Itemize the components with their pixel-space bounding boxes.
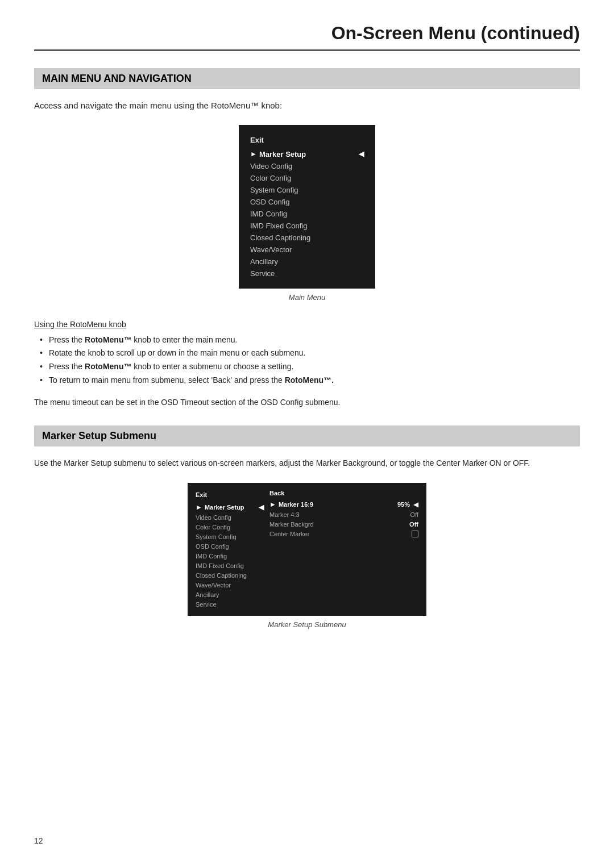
submenu-left-col: Exit ► Marker Setup ◀ Video Config Color… xyxy=(196,490,269,609)
submenu-osd-config: OSD Config xyxy=(196,541,264,551)
marker-setup-desc: Use the Marker Setup submenu to select v… xyxy=(34,457,580,469)
submenu-system-config: System Config xyxy=(196,532,264,541)
submenu-center-marker-checkbox xyxy=(412,531,418,537)
submenu-center-marker-row: Center Marker xyxy=(269,529,418,539)
rotomenu-heading: Using the RotoMenu knob xyxy=(34,320,580,329)
submenu-marker-43-row: Marker 4:3 Off xyxy=(269,510,418,519)
submenu-arrow-left-icon: ◀ xyxy=(259,503,264,511)
bullet-3: Press the RotoMenu™ knob to enter a subm… xyxy=(40,360,580,374)
main-menu-intro: Access and navigate the main menu using … xyxy=(34,99,580,112)
submenu-center-marker-label: Center Marker xyxy=(269,531,309,537)
submenu-marker-backgrd-row: Marker Backgrd Off xyxy=(269,519,418,529)
menu-imd-config: IMD Config xyxy=(250,208,364,220)
menu-service: Service xyxy=(250,268,364,279)
menu-wave-vector: Wave/Vector xyxy=(250,244,364,256)
page-title: On-Screen Menu (continued) xyxy=(34,23,580,51)
submenu-ancillary: Ancillary xyxy=(196,590,264,599)
submenu-marker-backgrd-label: Marker Backgrd xyxy=(269,521,314,528)
menu-closed-captioning: Closed Captioning xyxy=(250,232,364,244)
main-menu-image-container: Exit ► Marker Setup ◀ Video Config Color… xyxy=(34,125,580,314)
timeout-note: The menu timeout can be set in the OSD T… xyxy=(34,397,580,408)
main-menu-box: Exit ► Marker Setup ◀ Video Config Color… xyxy=(239,125,375,289)
arrow-left-icon: ◀ xyxy=(359,150,364,158)
submenu-marker-43-label: Marker 4:3 xyxy=(269,511,300,518)
submenu-marker-169-row: ► Marker 16:9 95% ◀ xyxy=(269,499,418,510)
marker-setup-header: Marker Setup Submenu xyxy=(34,425,580,446)
submenu-marker-setup: ► Marker Setup ◀ xyxy=(196,502,264,512)
submenu-video-config: Video Config xyxy=(196,512,264,522)
menu-imd-fixed-config: IMD Fixed Config xyxy=(250,220,364,232)
page-number: 12 xyxy=(34,836,43,845)
marker-setup-caption: Marker Setup Submenu xyxy=(268,620,346,629)
bullet-4: To return to main menu from submenu, sel… xyxy=(40,374,580,387)
submenu-marker-43-value: Off xyxy=(396,511,418,518)
menu-exit: Exit xyxy=(250,134,364,146)
marker-setup-section: Marker Setup Submenu Use the Marker Setu… xyxy=(34,425,580,641)
submenu-color-config: Color Config xyxy=(196,522,264,532)
submenu-marker-169-arrow-left: ◀ xyxy=(413,500,418,508)
submenu-right-arrow-169: ► xyxy=(269,500,276,508)
submenu-right-col: Back ► Marker 16:9 95% ◀ Marker 4:3 Off xyxy=(269,490,418,609)
marker-setup-box: Exit ► Marker Setup ◀ Video Config Color… xyxy=(188,483,426,616)
submenu-wave-vector: Wave/Vector xyxy=(196,580,264,590)
submenu-marker-backgrd-value: Off xyxy=(396,521,418,528)
main-menu-caption: Main Menu xyxy=(289,293,325,302)
menu-marker-setup: ► Marker Setup ◀ xyxy=(250,148,364,160)
rotomenu-bullets: Press the RotoMenu™ knob to enter the ma… xyxy=(40,333,580,387)
bullet-2: Rotate the knob to scroll up or down in … xyxy=(40,347,580,360)
submenu-back: Back xyxy=(269,490,418,496)
submenu-marker-169-label: ► Marker 16:9 xyxy=(269,500,313,508)
submenu-exit: Exit xyxy=(196,490,264,499)
arrow-right-icon: ► xyxy=(250,150,257,158)
bullet-1: Press the RotoMenu™ knob to enter the ma… xyxy=(40,333,580,347)
submenu-marker-169-value: 95% xyxy=(387,501,410,508)
submenu-closed-captioning: Closed Captioning xyxy=(196,570,264,580)
menu-color-config: Color Config xyxy=(250,172,364,184)
main-menu-section: MAIN MENU AND NAVIGATION Access and navi… xyxy=(34,68,580,408)
menu-video-config: Video Config xyxy=(250,160,364,172)
menu-system-config: System Config xyxy=(250,184,364,196)
menu-ancillary: Ancillary xyxy=(250,256,364,268)
marker-setup-image-container: Exit ► Marker Setup ◀ Video Config Color… xyxy=(34,483,580,641)
menu-osd-config: OSD Config xyxy=(250,196,364,208)
submenu-imd-config: IMD Config xyxy=(196,551,264,561)
submenu-arrow-right-icon: ► xyxy=(196,503,202,511)
submenu-service: Service xyxy=(196,599,264,609)
main-menu-header: MAIN MENU AND NAVIGATION xyxy=(34,68,580,89)
submenu-imd-fixed-config: IMD Fixed Config xyxy=(196,561,264,570)
